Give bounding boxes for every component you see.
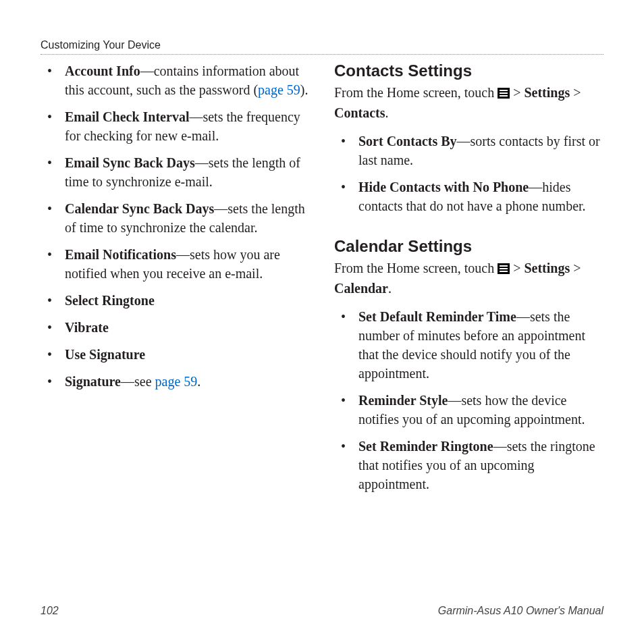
list-item: • Sort Contacts By—sorts contacts by fir…: [334, 132, 603, 169]
list-item: • Set Reminder Ringtone—sets the rington…: [334, 437, 603, 493]
running-head: Customizing Your Device: [41, 39, 603, 51]
list-item: • Hide Contacts with No Phone—hides cont…: [334, 178, 603, 215]
left-list: • Account Info—contains information abou…: [41, 61, 310, 391]
nav-tail: .: [388, 281, 392, 296]
term: Account Info: [65, 63, 140, 78]
list-item: • Set Default Reminder Time—sets the num…: [334, 307, 603, 383]
list-item: • Email Check Interval—sets the frequenc…: [41, 107, 310, 145]
list-item: • Account Info—contains information abou…: [41, 61, 310, 99]
nav-sep: >: [570, 261, 581, 275]
term: Reminder Style: [358, 393, 448, 408]
nav-settings: Settings: [524, 85, 570, 100]
nav-contacts: Contacts: [334, 105, 385, 120]
header-rule: [41, 54, 603, 55]
term: Vibrate: [65, 320, 109, 335]
nav-sep: >: [570, 85, 581, 100]
term: Select Ringtone: [65, 293, 155, 308]
list-item: • Reminder Style—sets how the device not…: [334, 391, 603, 429]
intro-prefix: From the Home screen, touch: [334, 261, 498, 275]
list-item: • Calendar Sync Back Days—sets the lengt…: [41, 199, 310, 237]
tail: ).: [300, 82, 308, 97]
desc: —see: [121, 374, 155, 389]
nav-settings: Settings: [524, 261, 570, 275]
svg-rect-6: [500, 268, 508, 269]
term: Use Signature: [65, 347, 145, 362]
intro-suffix: >: [510, 261, 524, 275]
contacts-list: • Sort Contacts By—sorts contacts by fir…: [334, 132, 603, 215]
list-item: • Select Ringtone: [41, 291, 310, 310]
contacts-intro: From the Home screen, touch > Settings >…: [334, 83, 603, 122]
calendar-heading: Calendar Settings: [334, 237, 603, 256]
intro-suffix: >: [510, 85, 524, 100]
term: Email Check Interval: [65, 109, 189, 124]
intro-prefix: From the Home screen, touch: [334, 85, 498, 100]
term: Signature: [65, 374, 121, 389]
list-item: • Use Signature: [41, 345, 310, 364]
menu-icon: [498, 260, 510, 279]
term: Hide Contacts with No Phone: [358, 180, 529, 194]
svg-rect-7: [500, 271, 508, 272]
page-number: 102: [41, 605, 59, 617]
page-footer: 102 Garmin-Asus A10 Owner's Manual: [41, 605, 603, 617]
svg-rect-2: [500, 92, 508, 94]
term: Calendar Sync Back Days: [65, 201, 214, 216]
page-link[interactable]: page 59: [155, 374, 198, 389]
manual-page: Customizing Your Device • Account Info—c…: [0, 0, 644, 644]
book-title: Garmin-Asus A10 Owner's Manual: [438, 605, 603, 617]
term: Set Default Reminder Time: [358, 309, 516, 324]
nav-calendar: Calendar: [334, 281, 388, 296]
right-column: Contacts Settings From the Home screen, …: [334, 61, 603, 502]
term: Set Reminder Ringtone: [358, 439, 493, 454]
list-item: • Signature—see page 59.: [41, 372, 310, 391]
menu-icon: [498, 84, 510, 103]
tail: .: [197, 374, 200, 389]
calendar-list: • Set Default Reminder Time—sets the num…: [334, 307, 603, 493]
list-item: • Vibrate: [41, 318, 310, 337]
contacts-heading: Contacts Settings: [334, 61, 603, 80]
page-link[interactable]: page 59: [258, 82, 300, 97]
left-column: • Account Info—contains information abou…: [41, 61, 310, 502]
content-columns: • Account Info—contains information abou…: [41, 61, 603, 502]
list-item: • Email Sync Back Days—sets the length o…: [41, 153, 310, 191]
svg-rect-3: [500, 95, 508, 97]
term: Sort Contacts By: [358, 134, 457, 149]
svg-rect-1: [500, 90, 508, 91]
svg-rect-5: [500, 265, 508, 267]
list-item: • Email Notifications—sets how you are n…: [41, 245, 310, 283]
calendar-intro: From the Home screen, touch > Settings >…: [334, 259, 603, 298]
nav-tail: .: [385, 105, 389, 120]
term: Email Sync Back Days: [65, 155, 195, 170]
term: Email Notifications: [65, 247, 176, 262]
